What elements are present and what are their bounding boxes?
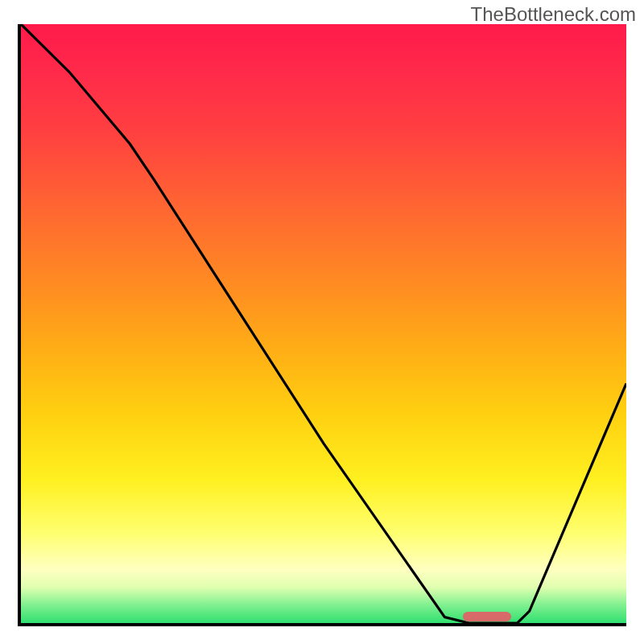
bottleneck-curve-path	[21, 24, 626, 623]
plot-area	[18, 24, 626, 626]
watermark-text: TheBottleneck.com	[471, 3, 636, 26]
optimal-region-marker	[463, 612, 511, 621]
curve-svg	[21, 24, 626, 623]
bottleneck-chart: TheBottleneck.com	[0, 0, 644, 644]
